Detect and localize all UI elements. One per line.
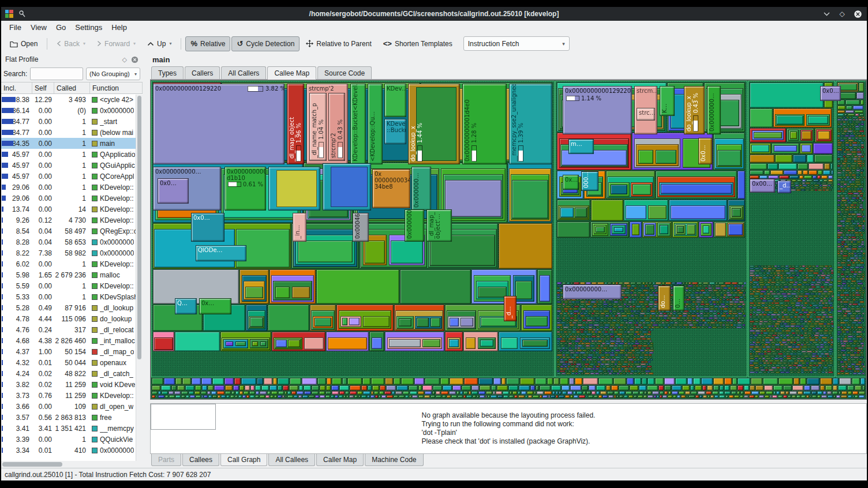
bottom-tabs: PartsCalleesCall GraphAll CalleesCaller … bbox=[150, 454, 867, 468]
angle-brackets-icon: <> bbox=[383, 39, 392, 48]
menu-file[interactable]: File bbox=[5, 21, 26, 33]
dock-close-button[interactable] bbox=[131, 56, 139, 63]
scrollbar-handle[interactable] bbox=[137, 96, 141, 359]
shorten-templates-toggle[interactable]: <> Shorten Templates bbox=[378, 36, 458, 51]
table-row[interactable]: 3.340.014100x0000000 bbox=[1, 445, 143, 456]
table-row[interactable]: 9.260.124 730KDevelop:: bbox=[1, 215, 143, 226]
relative-toggle[interactable]: % Relative bbox=[185, 36, 230, 51]
column-header-incl-[interactable]: Incl. bbox=[1, 82, 32, 93]
table-row[interactable]: 8.540.0458 497QRegExp::c bbox=[1, 226, 143, 237]
tab-parts[interactable]: Parts bbox=[151, 454, 181, 466]
function-type-icon bbox=[92, 207, 98, 212]
table-row[interactable]: 5.280.4987 916_dl_lookup bbox=[1, 302, 143, 313]
dropdown-arrow-icon: ▾ bbox=[133, 41, 136, 46]
tab-callers[interactable]: Callers bbox=[185, 66, 220, 79]
table-row[interactable]: 3.820.0211 259void KDeve bbox=[1, 379, 143, 390]
menu-go[interactable]: Go bbox=[51, 21, 70, 33]
menu-settings[interactable]: Settings bbox=[70, 21, 107, 33]
grouping-select[interactable]: (No Grouping) ▾ bbox=[86, 67, 140, 80]
function-type-icon bbox=[92, 228, 98, 234]
tab-all-callers[interactable]: All Callers bbox=[221, 66, 266, 79]
table-row[interactable]: 86.140.00(0)0x0000000 bbox=[1, 105, 143, 116]
incl-bar bbox=[2, 294, 3, 299]
up-button[interactable]: Up ▾ bbox=[142, 36, 177, 51]
close-button[interactable] bbox=[853, 9, 862, 18]
table-row[interactable]: 6.020.001KDevelop:: bbox=[1, 258, 143, 269]
table-row[interactable]: 8.280.0458 6530x0000000 bbox=[1, 237, 143, 247]
table-row[interactable]: 3.660.00109dl_open_w bbox=[1, 401, 143, 412]
vertical-scrollbar[interactable] bbox=[136, 95, 143, 461]
table-row[interactable]: 3.413.411 351 421__memcpy bbox=[1, 423, 143, 434]
incl-bar bbox=[2, 349, 3, 354]
table-row[interactable]: 29.060.001KDevelop:: bbox=[1, 193, 143, 204]
back-button[interactable]: Back ▾ bbox=[51, 36, 91, 51]
tab-all-callees[interactable]: All Callees bbox=[268, 454, 315, 466]
table-row[interactable]: 98.3812.293 493<cycle 42> bbox=[1, 94, 143, 105]
tab-types[interactable]: Types bbox=[151, 66, 184, 79]
table-row[interactable]: 5.330.001KDevSplash bbox=[1, 291, 143, 302]
table-row[interactable]: 4.684.382 826 460_int_malloc bbox=[1, 335, 143, 346]
table-row[interactable]: 4.784.44115 096do_lookup bbox=[1, 313, 143, 324]
table-row[interactable]: 3.570.562 863 813free bbox=[1, 412, 143, 423]
column-header-called[interactable]: Called bbox=[54, 82, 90, 93]
table-row[interactable]: 4.320.0150 044openaux bbox=[1, 357, 143, 368]
pin-icon[interactable] bbox=[18, 10, 25, 17]
table-row[interactable]: 84.350.001main bbox=[1, 138, 143, 149]
cycle-detection-toggle[interactable]: ↺ Cycle Detection bbox=[231, 36, 300, 51]
search-row: Search: (No Grouping) ▾ bbox=[1, 66, 143, 82]
search-input[interactable] bbox=[30, 67, 83, 80]
forward-button[interactable]: Forward ▾ bbox=[92, 36, 141, 51]
table-row[interactable]: 45.970.001QCoreAppl bbox=[1, 171, 143, 182]
function-type-icon bbox=[92, 382, 98, 388]
menu-view[interactable]: View bbox=[26, 21, 51, 33]
table-row[interactable]: 29.060.001KDevelop:: bbox=[1, 182, 143, 193]
tab-callees[interactable]: Callees bbox=[182, 454, 219, 466]
tab-caller-map[interactable]: Caller Map bbox=[316, 454, 364, 466]
event-type-select[interactable]: Instruction Fetch ▾ bbox=[463, 36, 570, 51]
titlebar[interactable]: /home/sergobot/Documents/GCI/screenshots… bbox=[1, 7, 867, 21]
incl-bar bbox=[2, 305, 3, 310]
table-row[interactable]: 3.390.001QQuickVie bbox=[1, 434, 143, 445]
folder-icon bbox=[10, 40, 18, 47]
open-button[interactable]: Open bbox=[5, 36, 43, 51]
relative-to-parent-toggle[interactable]: Relative to Parent bbox=[301, 36, 376, 51]
menu-bar: FileViewGoSettingsHelp bbox=[1, 21, 867, 34]
tab-call-graph[interactable]: Call Graph bbox=[220, 453, 267, 466]
function-type-icon bbox=[92, 239, 98, 245]
table-row[interactable]: 4.240.0248 822_dl_catch_ bbox=[1, 368, 143, 379]
up-label: Up bbox=[157, 40, 166, 48]
table-row[interactable]: 4.371.0050 154_dl_map_o bbox=[1, 346, 143, 357]
move-arrows-icon bbox=[306, 40, 313, 47]
tab-source-code[interactable]: Source Code bbox=[317, 66, 372, 79]
horizontal-scrollbar[interactable] bbox=[1, 461, 143, 468]
shorten-templates-label: Shorten Templates bbox=[395, 40, 452, 48]
app-icon bbox=[5, 10, 13, 18]
table-row[interactable]: 3.730.7611 259KDevelop:: bbox=[1, 390, 143, 401]
table-row[interactable]: 84.770.001_start bbox=[1, 116, 143, 127]
column-header-self[interactable]: Self bbox=[32, 82, 54, 93]
call-graph-panel: No graph available because the layouting… bbox=[150, 403, 867, 454]
table-row[interactable]: 8.227.3858 9820x0000000 bbox=[1, 247, 143, 258]
table-row[interactable]: 13.740.0014KDevelop:: bbox=[1, 204, 143, 215]
tab-callee-map[interactable]: Callee Map bbox=[267, 66, 316, 80]
table-row[interactable]: 45.970.001QGuiApplic bbox=[1, 160, 143, 171]
tab-machine-code[interactable]: Machine Code bbox=[365, 454, 423, 466]
table-row[interactable]: 5.981.652 679 236malloc bbox=[1, 269, 143, 280]
incl-bar bbox=[2, 250, 3, 256]
dock-title: Flat Profile bbox=[5, 55, 38, 63]
maximize-button[interactable]: ◇ bbox=[837, 9, 847, 18]
flat-profile-dock: Flat Profile ◇ Search: (No Grouping) ▾ bbox=[1, 53, 143, 468]
shade-button[interactable] bbox=[822, 9, 831, 18]
dock-splitter[interactable] bbox=[143, 53, 150, 468]
callee-treemap[interactable] bbox=[151, 80, 866, 399]
table-row[interactable]: 4.760.24317_dl_relocat bbox=[1, 324, 143, 335]
column-header-function[interactable]: Function bbox=[90, 82, 143, 93]
float-button[interactable]: ◇ bbox=[122, 56, 127, 63]
table-row[interactable]: 84.770.001(below mai bbox=[1, 127, 143, 138]
table-row[interactable]: 5.590.001KDevelop:: bbox=[1, 280, 143, 291]
function-type-icon bbox=[92, 448, 98, 453]
back-label: Back bbox=[64, 40, 80, 48]
scrollbar-handle[interactable] bbox=[2, 462, 62, 467]
table-row[interactable]: 45.970.001QApplicatio bbox=[1, 149, 143, 160]
menu-help[interactable]: Help bbox=[107, 21, 132, 33]
